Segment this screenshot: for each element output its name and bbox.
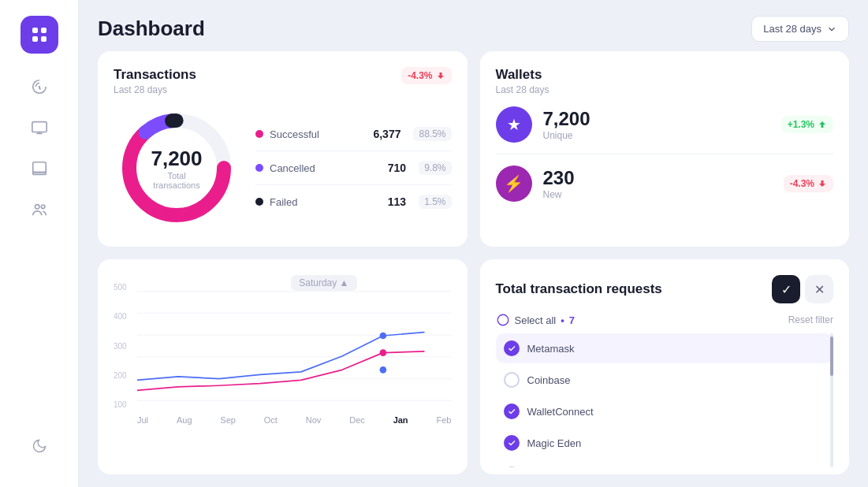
bullet-separator: • — [561, 314, 564, 326]
y-axis-labels: 500 400 300 200 100 — [114, 283, 127, 409]
donut-chart: 7,200 Total transactions — [114, 105, 240, 231]
svg-point-6 — [35, 205, 39, 210]
y-label-400: 400 — [114, 312, 127, 321]
filter-item-browserwallet[interactable]: Browser Wallet — [496, 459, 834, 467]
check-icon-metamask — [507, 344, 516, 353]
chart-card: Saturday ▲ 500 400 300 200 100 — [98, 259, 468, 474]
stat-pct-cancelled: 9.8% — [419, 161, 451, 175]
wallet-type-new: New — [543, 189, 773, 200]
y-label-500: 500 — [114, 283, 127, 292]
dark-mode-button[interactable] — [22, 429, 57, 463]
wallet-info-new: 230 New — [543, 167, 773, 200]
reset-filter-button[interactable]: Reset filter — [788, 314, 833, 325]
stat-row-failed: Failed 113 1.5% — [255, 195, 452, 209]
requests-confirm-button[interactable]: ✓ — [772, 275, 800, 303]
y-label-100: 100 — [114, 400, 127, 409]
requests-actions: ✓ ✕ — [772, 275, 833, 303]
y-label-300: 300 — [114, 342, 127, 351]
wallet-info-unique: 7,200 Unique — [543, 108, 770, 141]
stat-dot-failed — [255, 198, 263, 206]
filter-label-magiceden: Magic Eden — [527, 437, 582, 449]
filter-item-coinbase[interactable]: Coinbase — [496, 365, 834, 395]
x-axis-labels: Jul Aug Sep Oct Nov Dec Jan Feb — [137, 412, 452, 425]
wallet-type-unique: Unique — [543, 130, 770, 141]
x-label-nov: Nov — [306, 415, 322, 425]
transactions-subtitle: Last 28 days — [114, 84, 196, 95]
wallets-card: Wallets Last 28 days ★ 7,200 Unique +1.3… — [480, 51, 850, 247]
wallet-badge-unique: +1.3% — [781, 116, 833, 133]
x-label-jul: Jul — [137, 415, 148, 425]
date-filter-label: Last 28 days — [763, 23, 821, 35]
y-label-200: 200 — [114, 371, 127, 380]
filter-item-magiceden[interactable]: Magic Eden — [496, 428, 834, 458]
desktop-icon[interactable] — [22, 151, 57, 186]
filter-label-coinbase: Coinbase — [527, 374, 571, 386]
sidebar — [0, 0, 79, 487]
stat-label-cancelled: Cancelled — [270, 162, 382, 174]
dashboard-grid: Transactions Last 28 days -4.3% — [79, 51, 868, 487]
stat-dot-successful — [255, 130, 263, 138]
check-browserwallet — [504, 467, 520, 467]
stat-value-cancelled: 710 — [388, 162, 406, 174]
transactions-title: Transactions — [114, 67, 196, 83]
check-coinbase — [504, 372, 520, 388]
filter-row: Select all • 7 Reset filter — [496, 313, 834, 327]
svg-rect-4 — [32, 122, 46, 132]
svg-rect-2 — [32, 36, 38, 42]
wallets-title: Wallets — [496, 67, 834, 83]
x-label-feb: Feb — [436, 415, 451, 425]
svg-point-7 — [41, 205, 45, 209]
transactions-title-group: Transactions Last 28 days — [114, 67, 196, 95]
wallet-item-new: ⚡ 230 New -4.3% — [496, 165, 834, 202]
requests-close-button[interactable]: ✕ — [805, 275, 833, 303]
transactions-badge-value: -4.3% — [408, 70, 432, 81]
transactions-body: 7,200 Total transactions Successful 6,37… — [114, 105, 452, 231]
wallet-number-unique: 7,200 — [543, 108, 770, 130]
fingerprint-icon[interactable] — [22, 69, 57, 104]
filter-label-metamask: Metamask — [527, 343, 575, 355]
scrollbar-thumb[interactable] — [830, 336, 833, 376]
requests-card: Total transaction requests ✓ ✕ Select al… — [480, 259, 850, 474]
donut-total-label: Total transactions — [145, 171, 208, 190]
monitor-icon[interactable] — [22, 110, 57, 145]
requests-header: Total transaction requests ✓ ✕ — [496, 275, 834, 303]
stat-row-successful: Successful 6,377 88.5% — [255, 127, 452, 151]
filter-item-walletconnect[interactable]: WalletConnect — [496, 396, 834, 426]
check-magiceden — [504, 435, 520, 451]
select-all-label: Select all — [515, 314, 557, 326]
stat-value-failed: 113 — [388, 195, 406, 208]
x-label-aug: Aug — [177, 415, 192, 425]
chevron-down-icon — [826, 24, 837, 35]
svg-rect-5 — [32, 162, 46, 173]
chart-svg — [137, 283, 452, 409]
check-walletconnect — [504, 403, 520, 419]
wallet-icon-unique: ★ — [496, 106, 532, 143]
filter-item-metamask[interactable]: Metamask — [496, 333, 834, 363]
check-icon-magiceden — [507, 438, 516, 448]
wallet-badge-unique-value: +1.3% — [788, 119, 814, 130]
stat-row-cancelled: Cancelled 710 9.8% — [255, 161, 452, 185]
date-filter-dropdown[interactable]: Last 28 days — [751, 16, 849, 42]
users-icon[interactable] — [22, 192, 57, 227]
sidebar-logo[interactable] — [20, 16, 58, 54]
stat-pct-successful: 88.5% — [413, 127, 451, 141]
scrollbar-track[interactable] — [830, 333, 833, 467]
wallet-badge-new-value: -4.3% — [790, 178, 814, 189]
transactions-card: Transactions Last 28 days -4.3% — [98, 51, 468, 247]
x-label-jan: Jan — [393, 415, 408, 425]
select-all-icon — [496, 313, 510, 327]
svg-point-18 — [497, 314, 509, 325]
check-metamask — [504, 340, 520, 356]
wallets-subtitle: Last 28 days — [496, 84, 834, 95]
select-all-button[interactable]: Select all • 7 — [496, 313, 576, 327]
requests-count: 7 — [569, 314, 575, 326]
requests-title: Total transaction requests — [496, 281, 662, 297]
x-label-sep: Sep — [220, 415, 236, 425]
filter-list: Metamask Coinbase WalletConnect — [496, 333, 834, 467]
page-title: Dashboard — [98, 17, 205, 41]
check-icon-walletconnect — [507, 407, 516, 416]
arrow-up-icon — [818, 120, 827, 129]
wallet-number-new: 230 — [543, 167, 773, 189]
filter-label-walletconnect: WalletConnect — [527, 406, 594, 418]
blue-dot-2 — [380, 366, 387, 374]
